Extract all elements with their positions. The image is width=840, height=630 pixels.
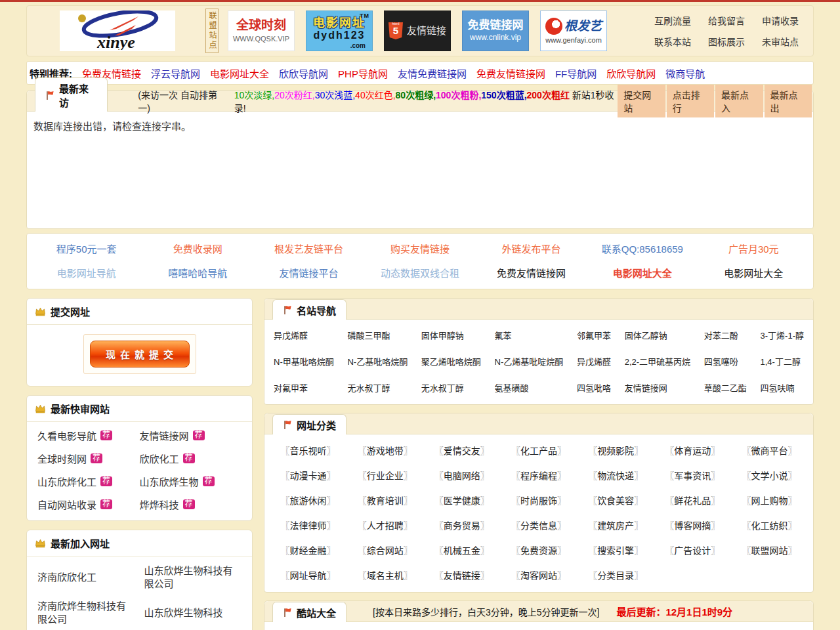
famous-site-link[interactable]: N-甲基吡咯烷酮 <box>274 355 334 368</box>
ad-link[interactable]: 广告月30元 <box>698 242 809 255</box>
famous-site-link[interactable]: 固体乙醇钠 <box>625 329 690 341</box>
fast-review-item[interactable]: 自动网站收录 荐 <box>37 497 140 511</box>
site-logo[interactable]: xinye <box>60 10 175 51</box>
category-link[interactable]: 〖化工产品〗 <box>500 444 577 457</box>
category-link[interactable]: 〖淘客网站〗 <box>500 568 577 581</box>
fast-review-item[interactable]: 山东欣烨生物 荐 <box>140 474 242 488</box>
category-link[interactable]: 〖饮食美容〗 <box>578 494 654 507</box>
category-link[interactable]: 〖视频影院〗 <box>578 444 654 457</box>
fast-review-item[interactable]: 山东欣烨化工 荐 <box>37 474 140 488</box>
recommend-link[interactable]: FF导航网 <box>555 66 597 80</box>
famous-site-link[interactable]: 2,2-二甲硫基丙烷 <box>625 355 690 368</box>
category-link[interactable]: 〖联盟网站〗 <box>731 543 808 556</box>
recommend-link[interactable]: 电影网址大全 <box>210 66 269 80</box>
category-link[interactable]: 〖军事资讯〗 <box>654 469 731 482</box>
visitors-action-button[interactable]: 最新点入 <box>715 85 763 117</box>
fast-review-item[interactable]: 友情链接网 荐 <box>140 429 242 442</box>
ad-link[interactable]: 根发艺友链平台 <box>253 242 364 255</box>
recommend-link[interactable]: 微商导航 <box>665 66 705 80</box>
recommend-link[interactable]: 友情免费链接网 <box>398 66 467 80</box>
banner-qqsk[interactable]: 全球时刻 WWW.QQSK.VIP <box>228 10 295 51</box>
ad-link[interactable]: 电影网址大全 <box>587 266 698 280</box>
header-nav-link[interactable]: 未审站点 <box>762 35 799 48</box>
fast-review-site-link[interactable]: 自动网站收录 <box>37 497 96 511</box>
fast-review-site-link[interactable]: 欣欣化工 <box>140 452 179 465</box>
header-nav-link[interactable]: 给我留言 <box>708 14 745 27</box>
header-nav-link[interactable]: 联系本站 <box>654 35 691 48</box>
fast-review-site-link[interactable]: 山东欣烨生物 <box>140 474 199 488</box>
ad-link[interactable]: 免费收录网 <box>142 242 253 255</box>
banner-genfayi[interactable]: 根发艺 www.genfayi.com <box>540 10 607 51</box>
category-link[interactable]: 〖分类目录〗 <box>578 568 654 581</box>
recommend-link[interactable]: 欣欣导航网 <box>606 66 656 80</box>
category-link[interactable]: 〖体育运动〗 <box>654 444 731 457</box>
fast-review-site-link[interactable]: 全球时刻网 <box>37 452 87 465</box>
famous-site-link[interactable]: 对苯二酚 <box>704 329 747 341</box>
ad-link[interactable]: 嘻嘻哈哈导航 <box>142 266 253 280</box>
fast-review-site-link[interactable]: 久看电影导航 <box>37 429 96 442</box>
category-link[interactable]: 〖分类信息〗 <box>500 518 577 532</box>
ad-link[interactable]: 动态数据双线合租 <box>364 266 475 280</box>
ad-link[interactable]: 外链发布平台 <box>476 242 587 255</box>
famous-site-link[interactable]: 邻氟甲苯 <box>577 329 611 341</box>
category-link[interactable]: 〖游戏地带〗 <box>346 444 423 457</box>
latest-added-site-link[interactable]: 济南欣欣化工 <box>37 571 135 584</box>
header-nav-link[interactable]: 互刷流量 <box>654 14 691 27</box>
fast-review-site-link[interactable]: 烨烨科技 <box>140 497 179 511</box>
category-link[interactable]: 〖域名主机〗 <box>346 568 423 581</box>
ad-link[interactable]: 友情链接平台 <box>253 266 364 280</box>
fast-review-site-link[interactable]: 山东欣烨化工 <box>37 474 96 488</box>
ad-link[interactable]: 联系QQ:85618659 <box>587 242 698 255</box>
category-link[interactable]: 〖电脑网络〗 <box>423 469 500 482</box>
ad-link[interactable]: 电影网址导航 <box>31 266 142 280</box>
tab-famous-sites[interactable]: 名站导航 <box>272 299 346 320</box>
famous-site-link[interactable]: 友情链接网 <box>625 381 690 394</box>
header-nav-link[interactable]: 图标展示 <box>708 35 745 48</box>
category-link[interactable]: 〖综合网站〗 <box>346 543 423 556</box>
category-link[interactable]: 〖文学小说〗 <box>731 469 808 482</box>
famous-site-link[interactable]: 四氢噻吩 <box>704 355 747 368</box>
category-link[interactable]: 〖微商平台〗 <box>731 444 808 457</box>
famous-site-link[interactable]: 四氢吡咯 <box>577 381 611 394</box>
famous-site-link[interactable]: 1,4-丁二醇 <box>761 355 804 368</box>
category-link[interactable]: 〖旅游休闲〗 <box>270 494 346 507</box>
category-link[interactable]: 〖商务贸易〗 <box>423 518 500 532</box>
banner-cnlink[interactable]: 免费链接网 www.cnlink.vip <box>462 10 529 51</box>
famous-site-link[interactable]: 氨基磺酸 <box>495 381 564 394</box>
category-link[interactable]: 〖鲜花礼品〗 <box>654 494 731 507</box>
alliance-sites-label[interactable]: 联盟站点 <box>205 9 219 53</box>
famous-site-link[interactable]: 异戊烯醛 <box>577 355 611 368</box>
submit-now-button[interactable]: 现在就提交 <box>90 341 190 368</box>
category-link[interactable]: 〖免费资源〗 <box>500 543 577 556</box>
ad-link[interactable]: 电影网址大全 <box>698 266 809 280</box>
famous-site-link[interactable]: 草酸二乙酯 <box>704 381 747 394</box>
category-link[interactable]: 〖时尚服饰〗 <box>500 494 577 507</box>
famous-site-link[interactable]: N-乙基吡咯烷酮 <box>347 355 408 368</box>
visitors-action-button[interactable]: 提交网站 <box>618 85 665 117</box>
category-link[interactable]: 〖音乐视听〗 <box>270 444 346 457</box>
ad-link[interactable]: 程序50元一套 <box>31 242 142 255</box>
category-link[interactable]: 〖化工纺织〗 <box>731 518 808 532</box>
category-link[interactable]: 〖教育培训〗 <box>346 494 423 507</box>
category-link[interactable]: 〖行业企业〗 <box>346 469 423 482</box>
fast-review-item[interactable]: 全球时刻网 荐 <box>37 452 140 465</box>
fast-review-item[interactable]: 久看电影导航 荐 <box>37 429 140 442</box>
tab-categories[interactable]: 网址分类 <box>272 414 346 434</box>
tab-latest-visitors[interactable]: 最新来访 <box>35 77 108 112</box>
category-link[interactable]: 〖程序编程〗 <box>500 469 577 482</box>
category-link[interactable]: 〖博客网摘〗 <box>654 518 731 532</box>
category-link[interactable]: 〖建筑房产〗 <box>578 518 654 532</box>
fast-review-item[interactable]: 烨烨科技 荐 <box>140 497 242 511</box>
recommend-link[interactable]: PHP导航网 <box>338 66 388 80</box>
category-link[interactable]: 〖财经金融〗 <box>270 543 346 556</box>
category-link[interactable]: 〖广告设计〗 <box>654 543 731 556</box>
famous-site-link[interactable]: 无水叔丁醇 <box>347 381 408 394</box>
famous-site-link[interactable]: 无水叔丁醇 <box>421 381 481 394</box>
header-nav-link[interactable]: 申请收录 <box>762 14 799 27</box>
recommend-link[interactable]: 免费友情链接网 <box>476 66 545 80</box>
category-link[interactable]: 〖网上购物〗 <box>731 494 808 507</box>
famous-site-link[interactable]: 四氢呋喃 <box>761 381 804 394</box>
famous-site-link[interactable]: 磷酸三甲酯 <box>347 329 408 341</box>
recommend-link[interactable]: 浮云导航网 <box>151 66 200 80</box>
latest-added-site-link[interactable]: 济南欣烨生物科技有限公司 <box>37 600 135 627</box>
